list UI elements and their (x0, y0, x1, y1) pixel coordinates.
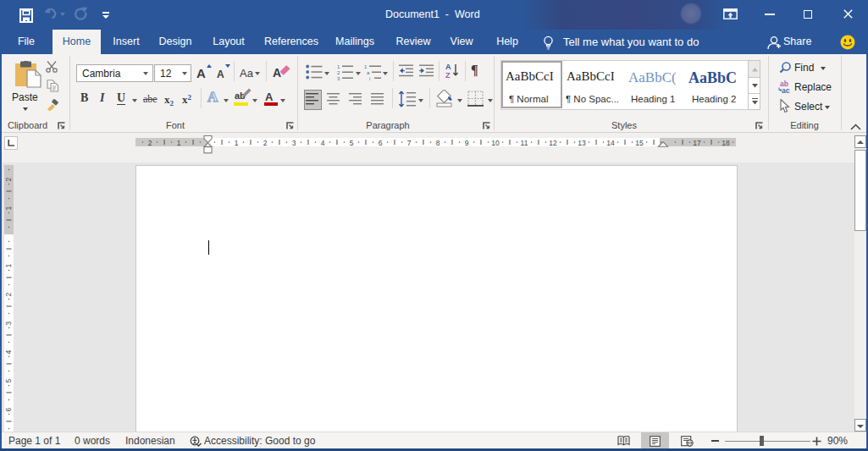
svg-text:2: 2 (263, 139, 268, 147)
svg-text:1: 1 (4, 206, 13, 211)
svg-text:2: 2 (4, 178, 13, 182)
svg-text:4: 4 (321, 139, 325, 147)
svg-text:9: 9 (465, 139, 469, 147)
svg-text:ac: ac (782, 86, 790, 94)
svg-text:4: 4 (4, 350, 13, 355)
svg-text:12: 12 (549, 139, 557, 147)
svg-text:A: A (445, 63, 451, 71)
svg-text:3: 3 (4, 322, 13, 326)
svg-text:3: 3 (292, 139, 296, 147)
svg-text:1: 1 (177, 139, 181, 147)
svg-text:8: 8 (436, 139, 440, 147)
svg-text:i: i (369, 76, 370, 81)
svg-text:5: 5 (4, 379, 13, 383)
svg-text:15: 15 (635, 139, 644, 147)
svg-text:1: 1 (337, 64, 340, 69)
svg-text:2: 2 (4, 293, 13, 297)
svg-text:10: 10 (491, 139, 500, 147)
svg-text:1: 1 (364, 64, 368, 69)
svg-text:13: 13 (578, 139, 586, 147)
svg-text:11: 11 (521, 139, 528, 147)
svg-text:14: 14 (606, 139, 615, 147)
svg-text:3: 3 (337, 76, 340, 81)
svg-text:6: 6 (379, 139, 383, 147)
svg-text:2: 2 (337, 70, 340, 75)
svg-text:5: 5 (350, 139, 354, 147)
svg-text:7: 7 (407, 139, 412, 147)
svg-text:18: 18 (721, 139, 730, 147)
svg-text:6: 6 (4, 408, 13, 412)
svg-text:Z: Z (445, 71, 451, 80)
svg-text:2: 2 (148, 139, 152, 147)
svg-text:17: 17 (693, 139, 701, 147)
svg-text:a: a (367, 70, 370, 75)
svg-text:1: 1 (235, 139, 239, 147)
svg-text:1: 1 (4, 264, 13, 268)
